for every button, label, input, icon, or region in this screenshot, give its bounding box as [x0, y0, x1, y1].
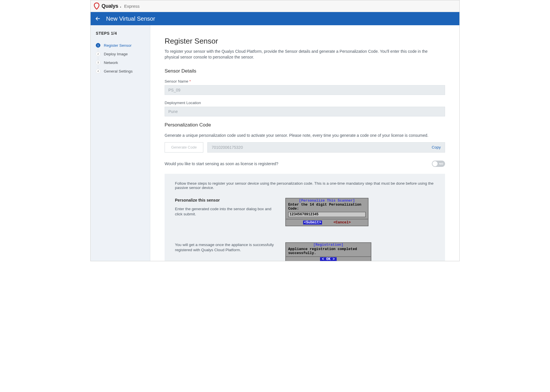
- step-number-icon: 1: [96, 43, 100, 48]
- terminal-registration-screenshot: [Registration] Appliance registration co…: [285, 242, 371, 261]
- step-deploy-image[interactable]: 2 Deploy Image: [96, 52, 145, 56]
- personalize-step-text: Enter the generated code into the sensor…: [175, 206, 280, 217]
- terminal-personalize-screenshot: [Personalize This Scanner] Enter the 14 …: [285, 198, 368, 226]
- steps-counter: STEPS 1/4: [96, 31, 145, 36]
- step-number-icon: 4: [96, 69, 100, 73]
- steps-panel: STEPS 1/4 1 Register Sensor 2 Deploy Ima…: [91, 25, 150, 261]
- required-star-icon: *: [189, 79, 191, 83]
- instructions-lead: Follow these steps to register your sens…: [175, 181, 435, 190]
- step-label: General Settings: [104, 69, 133, 73]
- step-label: Register Sensor: [104, 43, 132, 48]
- page-title: Register Sensor: [165, 37, 445, 46]
- generate-code-button[interactable]: Generate Code: [165, 142, 203, 153]
- sensor-name-label: Sensor Name *: [165, 79, 445, 83]
- page-header: New Virtual Sensor: [91, 12, 459, 25]
- personalization-code-desc: Generate a unique personalization code u…: [165, 133, 445, 138]
- content-scroll[interactable]: Register Sensor To register your sensor …: [150, 25, 459, 261]
- personalization-code-heading: Personalization Code: [165, 122, 445, 128]
- sensor-details-heading: Sensor Details: [165, 68, 445, 74]
- toggle-knob-icon: [432, 161, 438, 166]
- header-title: New Virtual Sensor: [106, 15, 155, 22]
- step-network[interactable]: 3 Network: [96, 60, 145, 65]
- start-sensing-question: Would you like to start sensing as soon …: [165, 161, 278, 166]
- app-window: Qualys. Express New Virtual Sensor STEPS…: [90, 0, 460, 261]
- deployment-location-input[interactable]: Pune: [165, 107, 445, 116]
- copy-link[interactable]: Copy: [432, 145, 441, 149]
- step-number-icon: 3: [96, 60, 100, 65]
- page-description: To register your sensor with the Qualys …: [165, 48, 440, 60]
- back-arrow-icon[interactable]: [95, 15, 101, 22]
- qualys-logo-icon: [93, 2, 100, 10]
- brand-name: Qualys: [102, 3, 118, 9]
- step-general-settings[interactable]: 4 General Settings: [96, 69, 145, 73]
- instructions-panel: Follow these steps to register your sens…: [165, 174, 445, 261]
- step-label: Network: [104, 61, 118, 65]
- step-label: Deploy Image: [104, 52, 128, 56]
- personalization-code-output: 70102006175320 Copy: [207, 142, 445, 153]
- toggle-state-label: NO: [439, 162, 444, 165]
- start-sensing-toggle[interactable]: NO: [432, 161, 445, 167]
- step-number-icon: 2: [96, 52, 100, 56]
- registration-success-text: You will get a message once the applianc…: [175, 242, 280, 253]
- deployment-location-label: Deployment Location: [165, 101, 445, 105]
- brand-sub: Express: [124, 4, 140, 9]
- personalize-step-title: Personalize this sensor: [175, 198, 280, 202]
- personalization-code-value: 70102006175320: [212, 145, 243, 150]
- sensor-name-input[interactable]: PS_09: [165, 85, 445, 95]
- brand-bar: Qualys. Express: [91, 0, 459, 12]
- step-register-sensor[interactable]: 1 Register Sensor: [96, 43, 145, 48]
